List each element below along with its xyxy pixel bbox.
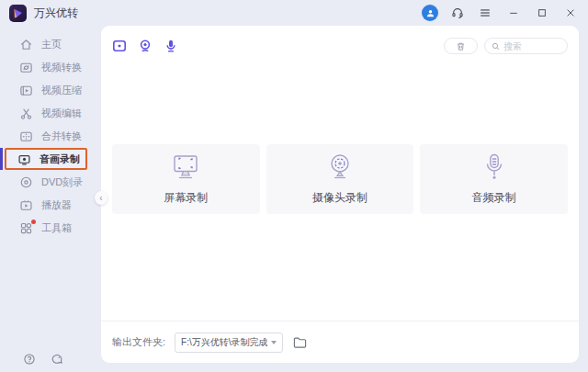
scissors-icon (19, 107, 33, 120)
feedback-icon[interactable] (50, 352, 63, 366)
folder-icon (293, 336, 307, 349)
player-icon (19, 198, 33, 212)
clear-list-button[interactable] (444, 38, 478, 54)
menu-hamburger-icon[interactable] (477, 5, 493, 21)
sidebar-item-label: 视频转换 (41, 61, 82, 74)
user-avatar[interactable] (422, 5, 438, 21)
sidebar-item-toolbox[interactable]: 工具箱 (0, 217, 101, 239)
sidebar-item-label: 主页 (41, 38, 62, 51)
card-label: 摄像头录制 (312, 190, 368, 206)
video-compress-icon (19, 84, 33, 97)
record-cards: 屏幕录制 摄像头录制 (101, 144, 579, 214)
sidebar-item-video-edit[interactable]: 视频编辑 (0, 102, 101, 124)
sidebar-item-label: DVD刻录 (41, 175, 83, 189)
sidebar-item-label: 合并转换 (41, 130, 82, 143)
chevron-down-icon (271, 341, 277, 344)
close-button[interactable] (562, 5, 579, 21)
app-title: 万兴优转 (34, 6, 78, 21)
sidebar-item-label: 工具箱 (41, 221, 72, 235)
search-icon (492, 41, 500, 51)
merge-icon (19, 130, 33, 143)
output-path-value: F:\万兴优转\录制完成 (181, 336, 267, 349)
sidebar-item-dvd-burn[interactable]: DVD刻录 (0, 171, 101, 193)
sidebar-item-label: 音画录制 (40, 152, 80, 166)
help-icon[interactable] (22, 352, 36, 366)
webcam-icon (324, 152, 356, 182)
webcam-record-tab-icon (138, 39, 153, 53)
sidebar-item-merge-convert[interactable]: 合并转换 (0, 125, 101, 147)
sidebar-item-label: 视频压缩 (41, 84, 82, 97)
app-logo (9, 5, 27, 22)
video-convert-icon (19, 61, 33, 74)
sidebar-item-home[interactable]: 主页 (0, 33, 101, 55)
sidebar-bottom-actions (22, 352, 63, 366)
sidebar-item-video-convert[interactable]: 视频转换 (0, 56, 101, 78)
titlebar: 万兴优转 (0, 0, 588, 26)
monitor-icon (170, 152, 201, 182)
maximize-button[interactable] (534, 5, 550, 21)
sidebar-collapse-handle[interactable]: ‹ (95, 191, 107, 205)
output-folder-bar: 输出文件夹: F:\万兴优转\录制完成 (101, 321, 579, 363)
notification-badge (31, 220, 36, 224)
av-record-icon (17, 152, 31, 166)
open-folder-button[interactable] (291, 334, 308, 351)
main-panel: 屏幕录制 摄像头录制 (101, 26, 579, 363)
sidebar-item-player[interactable]: 播放器 (0, 194, 101, 216)
minimize-button[interactable] (505, 5, 522, 21)
selected-indicator-bar (0, 148, 3, 170)
support-headset-icon[interactable] (449, 5, 466, 21)
trash-icon (456, 41, 466, 51)
user-icon (425, 8, 435, 18)
content-spacer (101, 214, 579, 321)
audio-record-tab-icon (164, 39, 178, 53)
card-label: 屏幕录制 (164, 190, 208, 206)
screen-record-card[interactable]: 屏幕录制 (112, 144, 260, 214)
card-label: 音频录制 (472, 190, 516, 206)
titlebar-actions (422, 5, 579, 21)
webcam-record-card[interactable]: 摄像头录制 (266, 144, 414, 214)
sidebar-item-label: 视频编辑 (41, 107, 82, 120)
audio-record-card[interactable]: 音频录制 (420, 144, 568, 214)
content-toolbar (101, 34, 579, 58)
home-icon (19, 38, 33, 51)
search-box (484, 38, 568, 54)
output-path-select[interactable]: F:\万兴优转\录制完成 (175, 333, 283, 353)
sidebar-item-label: 播放器 (41, 198, 72, 212)
webcam-record-tab[interactable] (138, 39, 153, 53)
app-body: 主页 视频转换 视频压缩 (0, 26, 588, 372)
microphone-icon (479, 152, 510, 182)
sidebar: 主页 视频转换 视频压缩 (0, 26, 101, 372)
sidebar-item-video-compress[interactable]: 视频压缩 (0, 79, 101, 101)
toolbar-right (444, 38, 568, 54)
audio-record-tab[interactable] (164, 39, 178, 53)
screen-record-tab[interactable] (112, 39, 127, 53)
app-window: 万兴优转 (0, 0, 588, 372)
screen-record-tab-icon (112, 39, 127, 53)
record-mode-tabs (112, 39, 178, 53)
sidebar-item-av-record[interactable]: 音画录制 (5, 148, 87, 170)
search-input[interactable] (503, 41, 560, 51)
output-folder-label: 输出文件夹: (112, 335, 165, 349)
dvd-disc-icon (19, 175, 33, 189)
